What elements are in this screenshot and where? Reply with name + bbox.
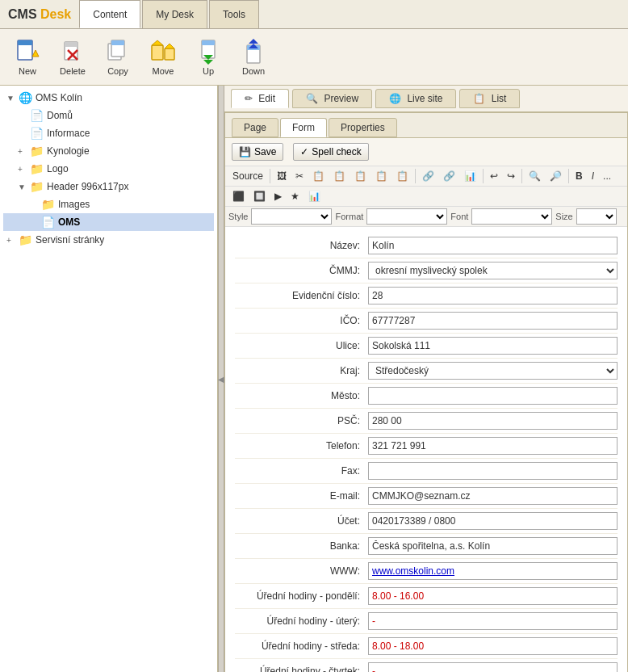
action-tab-livesite[interactable]: 🌐 Live site <box>375 89 456 108</box>
tab-content[interactable]: Content <box>79 0 140 28</box>
field-row: Telefon: <box>235 434 618 459</box>
field-label: Banka: <box>235 540 368 552</box>
paste4-btn[interactable]: 📋 <box>392 168 412 184</box>
copy-button[interactable]: Copy <box>97 33 139 82</box>
field-input[interactable] <box>368 587 618 605</box>
field-label: Telefon: <box>235 440 368 452</box>
toolbar-separator <box>521 169 522 183</box>
sidebar-item-oms-kolin[interactable]: ▼ 🌐 OMS Kolín <box>3 89 214 107</box>
italic-btn[interactable]: I <box>588 168 598 184</box>
spell-check-button[interactable]: ✓ Spell check <box>293 143 368 161</box>
field-select[interactable]: okresní myslivecký spolek <box>368 262 618 279</box>
content-area: ✏ Edit 🔍 Preview 🌐 Live site 📋 List Page… <box>224 86 628 672</box>
chart-btn[interactable]: 📊 <box>304 188 324 204</box>
expand-icon: + <box>18 147 29 156</box>
star-btn[interactable]: ★ <box>287 188 304 204</box>
redo-btn[interactable]: ↪ <box>503 168 519 184</box>
replace-btn[interactable]: 🔎 <box>546 168 566 184</box>
field-input[interactable] <box>368 612 618 630</box>
field-value <box>368 337 618 355</box>
action-tab-list[interactable]: 📋 List <box>459 89 520 108</box>
style-select[interactable] <box>251 208 332 225</box>
delete-button[interactable]: Delete <box>52 33 94 82</box>
field-input[interactable] <box>368 662 618 672</box>
form-tab-form[interactable]: Form <box>280 118 327 137</box>
splitter[interactable]: ◀ <box>218 86 224 672</box>
bold-btn[interactable]: B <box>571 168 587 184</box>
format-select[interactable] <box>366 208 447 225</box>
field-label: Úřední hodiny - úterý: <box>235 615 368 627</box>
field-row: Název: <box>235 233 618 258</box>
blk-btn[interactable]: ⬛ <box>228 188 249 204</box>
field-input[interactable] <box>368 337 618 355</box>
field-row: Fax: <box>235 459 618 484</box>
field-input[interactable] <box>368 562 618 580</box>
size-select[interactable] <box>576 208 617 225</box>
undo-btn[interactable]: ↩ <box>486 168 502 184</box>
field-input[interactable] <box>368 537 618 555</box>
paste3-btn[interactable]: 📋 <box>371 168 391 184</box>
field-value <box>368 237 618 254</box>
paste-btn[interactable]: 📋 <box>329 168 350 184</box>
table-btn[interactable]: 📊 <box>460 168 480 184</box>
source-button[interactable]: Source <box>228 168 267 184</box>
field-value <box>368 287 618 304</box>
media-btn[interactable]: ▶ <box>270 188 286 204</box>
field-input[interactable] <box>368 287 618 304</box>
form-tab-page[interactable]: Page <box>232 118 278 137</box>
new-button[interactable]: New <box>6 33 48 82</box>
cut-btn[interactable]: ✂ <box>291 168 308 184</box>
unlink-btn[interactable]: 🔗 <box>439 168 459 184</box>
action-tab-edit-label: Edit <box>258 93 275 104</box>
move-button[interactable]: Move <box>142 33 184 82</box>
field-input[interactable] <box>368 412 618 430</box>
form-tab-properties[interactable]: Properties <box>329 118 397 137</box>
field-input[interactable] <box>368 437 618 455</box>
sidebar: ▼ 🌐 OMS Kolín 📄 Domů 📄 Informace + 📁 Kyn… <box>0 86 218 672</box>
sidebar-item-servisni[interactable]: + 📁 Servisní stránky <box>3 231 214 249</box>
logo-cms: CMS <box>8 7 37 21</box>
action-tab-preview[interactable]: 🔍 Preview <box>292 89 372 108</box>
misc-btn[interactable]: ... <box>599 168 615 184</box>
sidebar-item-images[interactable]: 📁 Images <box>3 195 214 213</box>
down-button[interactable]: Down <box>232 33 274 82</box>
image-btn[interactable]: 🖼 <box>273 168 291 184</box>
save-button[interactable]: 💾 Save <box>232 143 283 161</box>
form-fields: Název:ČMMJ:okresní myslivecký spolekEvid… <box>225 227 627 672</box>
field-select[interactable]: Středočeský <box>368 362 618 380</box>
field-input[interactable] <box>368 487 618 505</box>
copy-btn[interactable]: 📋 <box>308 168 329 184</box>
field-input[interactable] <box>368 512 618 530</box>
field-label: Úřední hodiny - čtvrtek: <box>235 666 368 672</box>
folder-icon: 📁 <box>29 144 44 158</box>
svg-marker-2 <box>32 50 39 57</box>
svg-marker-13 <box>165 44 174 48</box>
tab-mydesk[interactable]: My Desk <box>142 0 207 28</box>
frame-btn[interactable]: 🔲 <box>249 188 270 204</box>
style-row: Style Format Font Size <box>225 207 627 227</box>
sidebar-item-oms[interactable]: 📄 OMS <box>3 213 214 231</box>
tab-tools[interactable]: Tools <box>209 0 259 28</box>
logo-desk: Desk <box>40 7 71 21</box>
move-label: Move <box>153 66 174 76</box>
sidebar-item-kynologie[interactable]: + 📁 Kynologie <box>3 142 214 160</box>
up-label: Up <box>203 66 214 76</box>
new-icon <box>15 39 40 65</box>
sidebar-item-logo[interactable]: + 📁 Logo <box>3 160 214 178</box>
field-input[interactable] <box>368 637 618 655</box>
sidebar-item-domu[interactable]: 📄 Domů <box>3 107 214 124</box>
font-select[interactable] <box>471 208 552 225</box>
field-input[interactable] <box>368 387 618 405</box>
sidebar-item-label: Header 996x117px <box>47 181 128 192</box>
field-input[interactable] <box>368 312 618 330</box>
action-tab-edit[interactable]: ✏ Edit <box>231 89 289 108</box>
field-input[interactable] <box>368 237 618 254</box>
up-button[interactable]: Up <box>187 33 229 82</box>
field-input[interactable] <box>368 462 618 480</box>
sidebar-item-informace[interactable]: 📄 Informace <box>3 124 214 142</box>
find-btn[interactable]: 🔍 <box>525 168 545 184</box>
paste2-btn[interactable]: 📋 <box>350 168 371 184</box>
field-label: Kraj: <box>235 365 368 376</box>
sidebar-item-header[interactable]: ▼ 📁 Header 996x117px <box>3 178 214 195</box>
link-btn[interactable]: 🔗 <box>418 168 438 184</box>
